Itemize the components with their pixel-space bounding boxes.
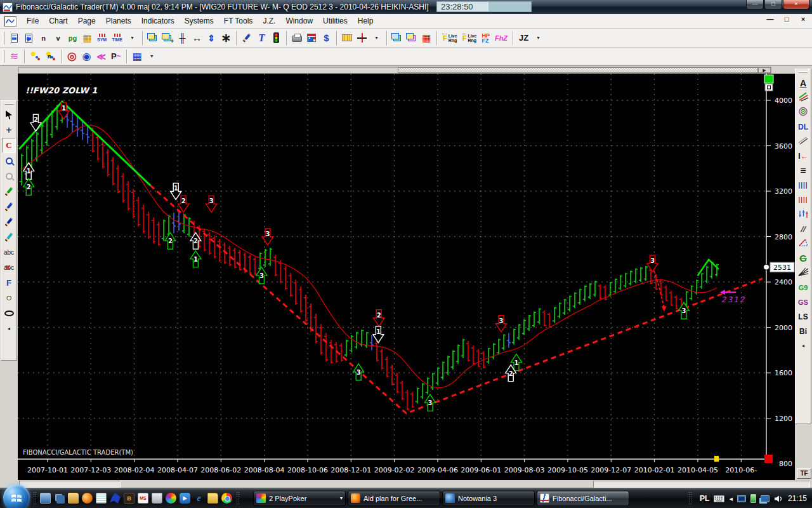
planet-wheel-button[interactable]: ◉ bbox=[79, 49, 94, 64]
menu-window[interactable]: Window bbox=[280, 15, 318, 27]
magnet-tool[interactable]: C bbox=[2, 138, 16, 153]
menu-j-z-[interactable]: J.Z. bbox=[258, 15, 280, 27]
quicklaunch-ie-shortcut-folder-icon[interactable] bbox=[68, 493, 79, 504]
quicklaunch-color-wheel-app-icon[interactable] bbox=[166, 493, 176, 504]
vertical-scale-v-button[interactable]: v bbox=[51, 30, 65, 45]
candle-cursor-button[interactable] bbox=[355, 30, 369, 45]
aspect-lines-button[interactable]: ≪ bbox=[94, 49, 108, 64]
horizontal-scrollbar[interactable]: ▶ bbox=[18, 67, 771, 74]
vertical-fit-button[interactable]: ⇕ bbox=[204, 30, 219, 45]
cascade-windows-button[interactable] bbox=[146, 30, 160, 45]
mini-candles-tool[interactable] bbox=[796, 207, 810, 222]
new-window-button[interactable] bbox=[160, 30, 175, 45]
quicklaunch-internet-explorer-icon[interactable]: e bbox=[193, 493, 204, 504]
taskbar-window-notowania-3[interactable]: Notowania 3 bbox=[442, 491, 535, 506]
chart-window-icon[interactable] bbox=[4, 16, 16, 27]
live-range-red-button[interactable]: FLive Rng bbox=[440, 30, 460, 45]
task-group-dropdown[interactable]: ▾ bbox=[337, 495, 343, 501]
ls-tool[interactable]: LS bbox=[796, 309, 810, 324]
start-button[interactable] bbox=[3, 485, 30, 508]
triangle-tool[interactable] bbox=[796, 236, 810, 251]
window-layout-button[interactable]: ▦ bbox=[80, 30, 95, 45]
chart-area[interactable]: 2112123221332133312332007-10-012007-12-0… bbox=[18, 74, 795, 480]
language-indicator[interactable]: PL bbox=[700, 494, 709, 503]
taskbar-window-fibonacci-galacti-[interactable]: Fibonacci/Galacti... bbox=[537, 491, 629, 506]
g9-tool[interactable]: G9 bbox=[796, 280, 810, 295]
star-tool-button[interactable]: ∗ bbox=[219, 30, 233, 45]
p-tool-button[interactable]: P~ bbox=[108, 49, 124, 64]
menu-ft-tools[interactable]: FT Tools bbox=[219, 15, 258, 27]
pitchfork-a-tool[interactable]: A bbox=[796, 76, 810, 90]
menu-systems[interactable]: Systems bbox=[180, 15, 219, 27]
menu-chart[interactable]: Chart bbox=[44, 15, 72, 27]
color-grid-button[interactable]: ▦ bbox=[419, 30, 434, 45]
tile-all-button[interactable] bbox=[405, 30, 419, 45]
crosshair-tool[interactable]: + bbox=[2, 123, 16, 138]
text-abc-tool[interactable]: abc bbox=[2, 244, 16, 260]
quicklaunch-recycle-bin-icon[interactable] bbox=[152, 493, 162, 504]
scroll-end-box[interactable] bbox=[764, 455, 773, 463]
scroll-right-button[interactable]: ▶ bbox=[758, 67, 771, 73]
symbol-button[interactable]: SYM bbox=[95, 30, 109, 45]
quicklaunch-notepad-icon[interactable] bbox=[96, 493, 107, 504]
horizontal-lines-tool[interactable]: ≡ bbox=[796, 163, 810, 178]
zoom-tool-alt[interactable] bbox=[2, 168, 16, 184]
traffic-light-button[interactable] bbox=[269, 30, 284, 45]
menu-indicators[interactable]: Indicators bbox=[136, 15, 180, 27]
calendar-button[interactable] bbox=[304, 30, 319, 45]
quicklaunch-documents-folder-icon[interactable] bbox=[207, 493, 218, 504]
open-chart-button[interactable] bbox=[22, 30, 36, 45]
price-chart[interactable]: 2112123221332133312332007-10-012007-12-0… bbox=[18, 74, 795, 480]
quicklaunch-show-desktop-icon[interactable] bbox=[40, 493, 51, 504]
network-icon[interactable] bbox=[761, 495, 769, 502]
text-tool-button[interactable]: T bbox=[254, 30, 269, 45]
scrollbar-thumb[interactable] bbox=[398, 67, 758, 73]
chart-maximize-box[interactable] bbox=[764, 75, 773, 83]
tile-windows-button[interactable] bbox=[390, 30, 405, 45]
pencil-tool-button[interactable] bbox=[240, 30, 254, 45]
vertical-scale-n-button[interactable]: n bbox=[36, 30, 51, 45]
vertical-lines-blue-tool[interactable]: |||| bbox=[796, 178, 810, 192]
fan-tool[interactable] bbox=[796, 265, 810, 280]
matrix-dropdown[interactable]: ▾ bbox=[145, 49, 159, 64]
fhz-button[interactable]: FhZ bbox=[492, 30, 510, 45]
spiral-tool[interactable] bbox=[796, 105, 810, 119]
dl-tool[interactable]: DL bbox=[796, 119, 810, 134]
menu-utilities[interactable]: Utilities bbox=[318, 15, 353, 27]
mdi-minimize-button[interactable]: — bbox=[765, 15, 775, 23]
gann-tool[interactable]: G bbox=[796, 251, 810, 265]
info-line-tool[interactable]: I← bbox=[796, 149, 810, 163]
menu-help[interactable]: Help bbox=[353, 15, 379, 27]
expand-scale-button[interactable]: ↔ bbox=[190, 30, 204, 45]
mdi-close-button[interactable]: × bbox=[798, 15, 808, 23]
parallel-lines-tool[interactable]: // bbox=[796, 222, 810, 236]
vertical-lines-red-tool[interactable]: |||| bbox=[796, 192, 810, 207]
new-chart-button[interactable] bbox=[7, 30, 22, 45]
target-circles-button[interactable]: ◎ bbox=[65, 49, 79, 64]
ellipse-tool[interactable] bbox=[2, 305, 16, 321]
ruler-button[interactable] bbox=[340, 30, 355, 45]
compress-scale-button[interactable]: ╫ bbox=[175, 30, 190, 45]
print-button[interactable] bbox=[290, 30, 304, 45]
menu-page[interactable]: Page bbox=[73, 15, 101, 27]
channel-tool[interactable] bbox=[796, 134, 810, 149]
matrix-button[interactable]: ▦ bbox=[130, 49, 145, 64]
close-button[interactable]: × bbox=[783, 0, 809, 10]
gs-tool[interactable]: GS bbox=[796, 295, 810, 309]
zoom-tool[interactable] bbox=[2, 153, 16, 168]
pencil-cyan-tool[interactable] bbox=[2, 229, 16, 244]
pencil-blue-tool[interactable] bbox=[2, 199, 16, 214]
collapse-button[interactable]: ◂ bbox=[2, 321, 16, 336]
timeframe-button[interactable]: TF bbox=[797, 468, 811, 479]
quicklaunch-blue-app-icon[interactable] bbox=[110, 493, 121, 504]
chart-restore-box[interactable] bbox=[765, 84, 773, 91]
quicklaunch-gold-b-app-icon[interactable]: B bbox=[124, 493, 134, 504]
hp-fz-button[interactable]: HPFZ bbox=[479, 30, 492, 45]
quicklaunch-media-player-icon[interactable]: ▶ bbox=[180, 493, 190, 504]
page-button[interactable]: pg bbox=[65, 30, 80, 45]
minimize-button[interactable]: — bbox=[746, 0, 764, 10]
jz-button[interactable]: JZ bbox=[516, 30, 531, 45]
candle-dropdown[interactable]: ▾ bbox=[369, 30, 384, 45]
planet-r-button[interactable]: R bbox=[43, 49, 58, 64]
quicklaunch-firefox-icon[interactable] bbox=[82, 493, 93, 504]
